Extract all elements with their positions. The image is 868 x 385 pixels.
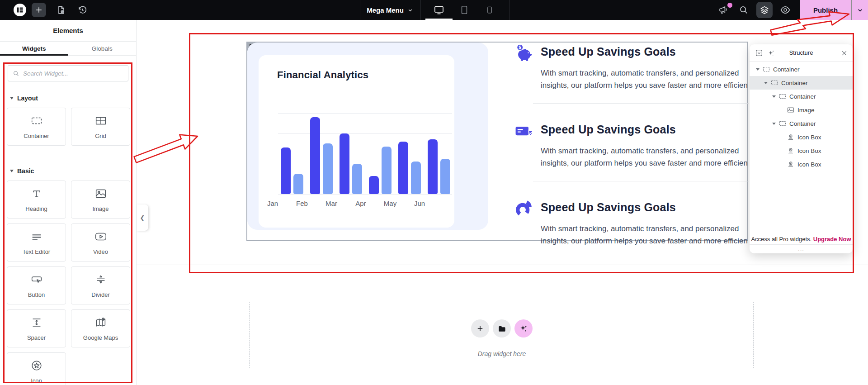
- icon-box-title: Speed Up Savings Goals: [541, 201, 676, 214]
- caret-down-icon: [10, 170, 14, 172]
- tree-item-icon-box[interactable]: Icon Box: [750, 130, 853, 144]
- container-icon: [30, 114, 43, 129]
- ai-sparkle-icon[interactable]: [766, 48, 776, 58]
- elementor-logo-icon[interactable]: [14, 4, 26, 16]
- bar-group-feb: [310, 113, 333, 194]
- add-widget-icon[interactable]: [471, 319, 489, 337]
- caret-down-icon[interactable]: [756, 68, 760, 71]
- bar-secondary-jan: [293, 174, 303, 194]
- section-header-layout[interactable]: Layout: [10, 95, 136, 102]
- elementor-editor: Mega Menu: [0, 0, 868, 385]
- tree-item-container[interactable]: Container: [750, 90, 853, 103]
- bar-primary-may: [398, 142, 408, 194]
- finder-search-icon[interactable]: [736, 0, 752, 20]
- upgrade-now-link[interactable]: Upgrade Now: [813, 236, 851, 242]
- drop-zone[interactable]: Drag widget here: [249, 302, 754, 368]
- elements-panel: Elements WidgetsGlobals Layout Container…: [0, 20, 137, 385]
- widget-divider[interactable]: Divider: [71, 266, 130, 304]
- widget-icon[interactable]: Icon: [7, 352, 66, 385]
- tree-item-container[interactable]: Container: [750, 62, 853, 76]
- widget-search[interactable]: [8, 65, 128, 81]
- bar-group-may: [398, 113, 421, 194]
- bar-group-apr: [369, 113, 392, 194]
- bar-secondary-jun: [440, 159, 450, 194]
- structure-panel: Structure Container Container Container: [750, 44, 853, 253]
- widget-grid[interactable]: Grid: [71, 108, 130, 146]
- icon-star-icon: [30, 359, 43, 374]
- icon-box-divider: [533, 181, 749, 181]
- widget-image[interactable]: Image: [71, 181, 130, 219]
- tree-item-container[interactable]: Container: [750, 117, 853, 130]
- widget-heading[interactable]: Heading: [7, 181, 66, 219]
- caret-down-icon[interactable]: [764, 82, 768, 84]
- bar-secondary-apr: [382, 147, 392, 194]
- svg-text:$: $: [519, 45, 522, 50]
- notification-dot: [727, 3, 732, 8]
- x-tick-label: Jun: [408, 200, 431, 207]
- publish-options-chevron-icon[interactable]: [852, 0, 868, 20]
- tree-item-icon-box[interactable]: Icon Box: [750, 144, 853, 157]
- panel-collapse-toggle[interactable]: ❮: [137, 204, 148, 231]
- video-icon: [94, 230, 108, 245]
- structure-toggle-icon[interactable]: [756, 2, 773, 18]
- page-settings-icon[interactable]: [53, 0, 69, 20]
- widget-video[interactable]: Video: [71, 223, 130, 261]
- search-input[interactable]: [23, 70, 123, 77]
- icon-box-icon: [787, 161, 794, 168]
- section-header-basic[interactable]: Basic: [10, 167, 136, 175]
- bar-primary-mar: [340, 133, 349, 194]
- section-boundary-line: [137, 265, 868, 265]
- preview-eye-icon[interactable]: [777, 0, 793, 20]
- publish-label: Publish: [813, 6, 838, 14]
- widget-google-maps[interactable]: Google Maps: [71, 309, 130, 347]
- ai-sparkle-icon[interactable]: [514, 319, 533, 337]
- bar-primary-apr: [369, 176, 379, 194]
- widget-spacer[interactable]: Spacer: [7, 309, 66, 347]
- device-desktop-icon[interactable]: [431, 0, 447, 20]
- panel-header: Elements: [0, 20, 136, 42]
- caret-down-icon[interactable]: [772, 123, 776, 125]
- grid-icon: [94, 114, 108, 129]
- divider: [360, 0, 360, 20]
- gridline: [278, 194, 452, 195]
- widget-sections: Layout Container Grid Basic Heading Imag…: [0, 95, 136, 385]
- divider: [509, 0, 510, 20]
- add-template-icon[interactable]: [32, 3, 46, 17]
- device-tablet-icon[interactable]: [456, 0, 472, 20]
- x-tick-label: Apr: [349, 200, 372, 207]
- structure-header: Structure: [750, 44, 853, 62]
- bar-secondary-mar: [352, 164, 362, 194]
- structure-resize-handle[interactable]: ...: [750, 244, 853, 253]
- history-icon[interactable]: [74, 0, 90, 20]
- template-folder-icon[interactable]: [493, 319, 511, 337]
- panel-divider: [7, 154, 129, 154]
- device-mobile-icon[interactable]: [481, 0, 498, 20]
- tree-item-container[interactable]: Container: [750, 76, 853, 90]
- icon-box-divider: [533, 103, 749, 104]
- tab-globals[interactable]: Globals: [68, 42, 137, 55]
- publish-button[interactable]: Publish: [800, 0, 851, 20]
- tree-item-image[interactable]: Image: [750, 103, 853, 117]
- chart-title: Financial Analytics: [277, 69, 368, 81]
- document-title: Mega Menu: [367, 6, 404, 14]
- widget-container[interactable]: Container: [7, 108, 66, 146]
- donut-chart-icon: [514, 199, 533, 219]
- panel-title: Elements: [53, 27, 83, 34]
- container-icon: [779, 120, 786, 127]
- bar-chart: [278, 113, 452, 194]
- active-device-underline: [425, 19, 453, 20]
- select-box-icon[interactable]: [754, 48, 764, 58]
- structure-title: Structure: [789, 49, 813, 56]
- caret-down-icon[interactable]: [772, 95, 776, 98]
- document-switcher[interactable]: Mega Menu: [362, 0, 418, 20]
- tab-widgets[interactable]: Widgets: [0, 42, 68, 55]
- bar-group-jan: [281, 113, 303, 194]
- icon-box-title: Speed Up Savings Goals: [541, 45, 676, 58]
- tree-item-icon-box[interactable]: Icon Box: [750, 157, 853, 171]
- pro-widgets-text: Access all Pro widgets.: [751, 236, 811, 242]
- icon-box-description: With smart tracking, automatic transfers…: [541, 223, 750, 247]
- widget-button[interactable]: Button: [7, 266, 66, 304]
- widget-text-editor[interactable]: Text Editor: [7, 223, 66, 261]
- bar-primary-feb: [310, 117, 320, 194]
- close-icon[interactable]: [839, 48, 849, 58]
